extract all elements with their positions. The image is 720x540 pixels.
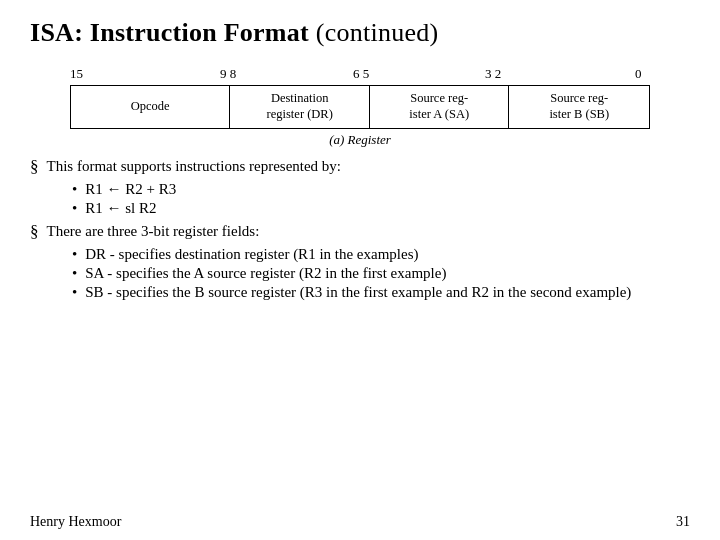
page-title: ISA: Instruction Format (continued) — [30, 18, 690, 48]
bullet-2-2-text: SA - specifies the A source register (R2… — [85, 265, 690, 282]
section-1-bullets: • R1 ← R2 + R3 • R1 ← sl R2 — [48, 181, 690, 217]
bit-15: 15 — [70, 66, 83, 82]
section-1-text: This format supports instructions repres… — [47, 158, 691, 175]
bit-65: 6 5 — [353, 66, 369, 82]
title-main: ISA: Instruction Format — [30, 18, 309, 47]
footer: Henry Hexmoor 31 — [30, 514, 690, 530]
section-1-header: § This format supports instructions repr… — [30, 158, 690, 177]
cell-opcode: Opcode — [71, 86, 230, 128]
bullet-1-1: • R1 ← R2 + R3 — [72, 181, 690, 198]
title-paren: (continued) — [316, 18, 439, 47]
section-2-marker: § — [30, 222, 39, 242]
bit-98: 9 8 — [220, 66, 236, 82]
register-row: Opcode Destinationregister (DR) Source r… — [70, 85, 650, 129]
bit-labels: 15 9 8 6 5 3 2 0 — [70, 66, 650, 84]
bullet-2-1-text: DR - specifies destination register (R1 … — [85, 246, 690, 263]
section-1-marker: § — [30, 157, 39, 177]
footer-left: Henry Hexmoor — [30, 514, 121, 530]
diagram-caption: (a) Register — [329, 132, 391, 148]
footer-right: 31 — [676, 514, 690, 530]
section-2: § There are three 3-bit register fields:… — [30, 223, 690, 301]
bullet-2-2: • SA - specifies the A source register (… — [72, 265, 690, 282]
bit-0: 0 — [635, 66, 642, 82]
section-2-text: There are three 3-bit register fields: — [47, 223, 691, 240]
bullet-1-2: • R1 ← sl R2 — [72, 200, 690, 217]
bit-32: 3 2 — [485, 66, 501, 82]
bullet-2-3-text: SB - specifies the B source register (R3… — [85, 284, 690, 301]
bullet-2-3: • SB - specifies the B source register (… — [72, 284, 690, 301]
section-2-header: § There are three 3-bit register fields: — [30, 223, 690, 242]
section-2-bullets: • DR - specifies destination register (R… — [48, 246, 690, 301]
bullet-1-2-text: R1 ← sl R2 — [85, 200, 690, 217]
bullet-2-1: • DR - specifies destination register (R… — [72, 246, 690, 263]
page: ISA: Instruction Format (continued) 15 9… — [0, 0, 720, 540]
cell-source-b: Source reg-ister B (SB) — [509, 86, 649, 128]
register-diagram: 15 9 8 6 5 3 2 0 Opcode Destinationregis… — [30, 66, 690, 154]
section-1: § This format supports instructions repr… — [30, 158, 690, 217]
bullet-1-1-text: R1 ← R2 + R3 — [85, 181, 690, 198]
cell-source-a: Source reg-ister A (SA) — [370, 86, 510, 128]
cell-destination-register: Destinationregister (DR) — [230, 86, 370, 128]
